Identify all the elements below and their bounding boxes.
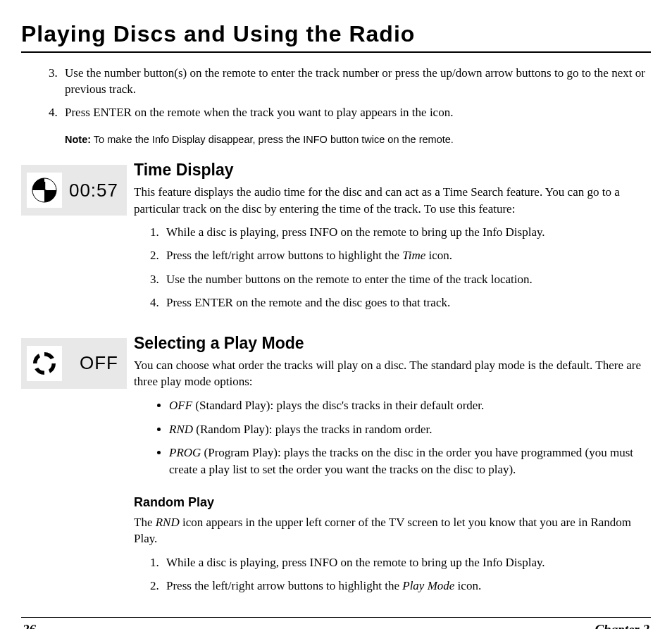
td-step-1: While a disc is playing, press INFO on t… xyxy=(162,224,651,240)
opt-rnd-em: RND xyxy=(169,423,193,436)
playmode-value: OFF xyxy=(62,352,121,374)
rp-step-2-suffix: icon. xyxy=(454,579,481,592)
rp-step-2: Press the left/right arrow buttons to hi… xyxy=(162,578,651,594)
rp-step-2-prefix: Press the left/right arrow buttons to hi… xyxy=(166,579,402,592)
option-rnd: RND (Random Play): plays the tracks in r… xyxy=(169,421,651,438)
page: Playing Discs and Using the Radio Use th… xyxy=(0,0,672,629)
opt-off-text: (Standard Play): plays the disc's tracks… xyxy=(192,399,484,412)
chapter-label: Chapter 2 xyxy=(595,622,649,629)
rp-step-1: While a disc is playing, press INFO on t… xyxy=(162,554,651,571)
section-play-mode: OFF Selecting a Play Mode You can choose… xyxy=(21,334,651,602)
clock-icon xyxy=(27,173,62,208)
section-time-display: 00:57 Time Display This feature displays… xyxy=(21,161,651,318)
play-mode-options: OFF (Standard Play): plays the disc's tr… xyxy=(134,397,651,478)
random-play-intro: The RND icon appears in the upper left c… xyxy=(134,514,651,547)
td-step-2-prefix: Press the left/right arrow buttons to hi… xyxy=(166,249,402,262)
td-step-2-suffix: icon. xyxy=(425,249,452,262)
text-column: Time Display This feature displays the a… xyxy=(134,161,651,318)
chapter-title: Playing Discs and Using the Radio xyxy=(21,21,651,47)
note-label: Note: xyxy=(65,134,91,145)
note-text: To make the Info Display disappear, pres… xyxy=(94,134,454,145)
rp-intro-em: RND xyxy=(156,516,180,529)
time-value: 00:57 xyxy=(62,180,121,201)
opt-rnd-text: (Random Play): plays the tracks in rando… xyxy=(193,423,432,436)
rule xyxy=(21,51,651,53)
icon-column: OFF xyxy=(21,334,134,602)
option-off: OFF (Standard Play): plays the disc's tr… xyxy=(169,397,651,414)
rp-intro-suffix: icon appears in the upper left corner of… xyxy=(134,516,631,545)
arrows-icon xyxy=(27,346,62,381)
td-step-2-em: Time xyxy=(402,249,425,262)
page-number: 26 xyxy=(23,622,36,629)
td-step-4: Press ENTER on the remote and the disc g… xyxy=(162,294,651,311)
td-step-2: Press the left/right arrow buttons to hi… xyxy=(162,247,651,263)
play-mode-intro: You can choose what order the tracks wil… xyxy=(134,357,651,390)
text-column: Selecting a Play Mode You can choose wha… xyxy=(134,334,651,602)
note: Note: To make the Info Display disappear… xyxy=(65,132,651,147)
opt-off-em: OFF xyxy=(169,399,192,412)
intro-steps: Use the number button(s) on the remote t… xyxy=(21,66,651,121)
random-play-steps: While a disc is playing, press INFO on t… xyxy=(134,554,651,594)
rp-intro-prefix: The xyxy=(134,516,156,529)
time-display-intro: This feature displays the audio time for… xyxy=(134,184,651,217)
random-play-title: Random Play xyxy=(134,495,651,510)
icon-column: 00:57 xyxy=(21,161,134,318)
step-3: Use the number button(s) on the remote t… xyxy=(61,66,651,98)
option-prog: PROG (Program Play): plays the tracks on… xyxy=(169,444,651,478)
td-step-3: Use the number buttons on the remote to … xyxy=(162,271,651,287)
opt-prog-em: PROG xyxy=(169,446,201,459)
footer-rule xyxy=(21,617,651,618)
opt-prog-text: (Program Play): plays the tracks on the … xyxy=(169,446,633,476)
time-display-title: Time Display xyxy=(134,161,651,180)
playmode-icon-box: OFF xyxy=(21,338,127,389)
time-display-steps: While a disc is playing, press INFO on t… xyxy=(134,224,651,311)
step-4: Press ENTER on the remote when the track… xyxy=(61,105,651,121)
footer: 26 Chapter 2 xyxy=(21,622,651,629)
play-mode-title: Selecting a Play Mode xyxy=(134,334,651,353)
rp-step-2-em: Play Mode xyxy=(402,579,454,592)
time-icon-box: 00:57 xyxy=(21,165,127,216)
